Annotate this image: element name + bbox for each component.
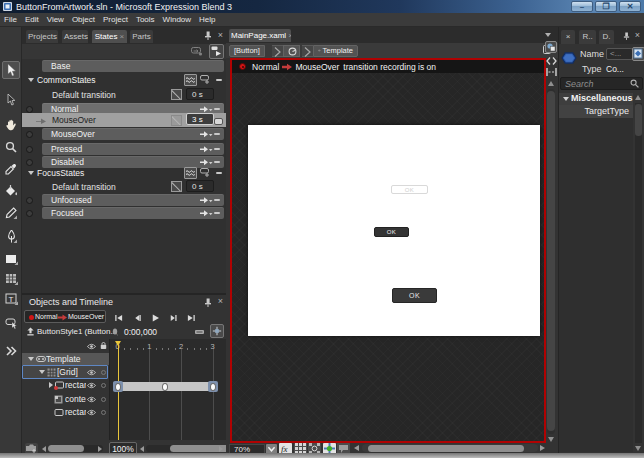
menu-view[interactable]: View <box>47 15 64 24</box>
direct-selection-tool[interactable] <box>2 91 20 109</box>
zoom-tool[interactable] <box>2 138 20 156</box>
eyedropper-tool[interactable] <box>2 160 20 178</box>
scroll-up-icon[interactable] <box>548 81 554 86</box>
menu-window[interactable]: Window <box>163 15 191 24</box>
menu-project[interactable]: Project <box>103 15 128 24</box>
state-bar[interactable]: Disabled <box>42 156 224 168</box>
state-pointer-icon[interactable] <box>26 197 33 204</box>
transition-preview-icon[interactable] <box>191 47 203 56</box>
rectangle-tool[interactable] <box>2 250 20 268</box>
state-pointer-icon[interactable] <box>26 106 33 113</box>
layout-panel-tool[interactable] <box>2 270 20 288</box>
expander-down-icon[interactable] <box>28 357 34 361</box>
pen-tool[interactable] <box>2 227 20 245</box>
tab-list-dropdown-icon[interactable] <box>545 33 551 37</box>
properties-tab-0[interactable]: × <box>561 30 575 44</box>
design-view-icon[interactable] <box>545 41 557 53</box>
remove-state-icon[interactable] <box>214 212 220 214</box>
ok-button-2[interactable]: OK <box>374 227 409 237</box>
panel-close-icon[interactable]: × <box>635 31 640 40</box>
breadcrumb-button-scope[interactable]: [Button] <box>229 45 265 57</box>
add-state-icon[interactable] <box>200 168 210 177</box>
scope-label[interactable]: ButtonStyle1 (Button... <box>37 327 117 336</box>
assets-tool[interactable] <box>2 342 20 360</box>
add-transition-icon[interactable] <box>199 145 213 154</box>
duration-field[interactable]: 0 s <box>186 88 214 100</box>
panel-close-icon[interactable]: × <box>218 296 223 306</box>
lock-dot-icon[interactable] <box>101 397 106 402</box>
duration-field[interactable]: 0 s <box>186 180 214 192</box>
add-transition-icon[interactable] <box>199 158 213 167</box>
add-state-icon[interactable] <box>200 75 210 84</box>
button-tool[interactable] <box>2 314 20 332</box>
asset-dialog-button[interactable] <box>632 47 644 61</box>
ok-button-3[interactable]: OK <box>392 288 437 303</box>
transition-preview-toggle-icon[interactable] <box>184 74 197 86</box>
eye-icon[interactable] <box>87 409 96 416</box>
add-state-group-button[interactable] <box>209 44 224 59</box>
state-bar[interactable]: MouseOver <box>42 128 224 140</box>
scrollbar-thumb[interactable] <box>48 445 84 452</box>
remove-state-icon[interactable] <box>214 148 220 150</box>
tree-row-conter[interactable]: conter <box>22 393 109 405</box>
tab-states[interactable]: States × <box>92 30 127 43</box>
scope-up-icon[interactable] <box>26 327 35 336</box>
state-pointer-icon[interactable] <box>26 131 33 138</box>
remove-state-icon[interactable] <box>214 133 220 135</box>
split-view-icon[interactable] <box>546 68 557 76</box>
name-field[interactable]: <... <box>606 48 633 60</box>
scroll-down-icon[interactable] <box>548 437 554 442</box>
xaml-view-icon[interactable] <box>546 56 557 66</box>
eye-icon[interactable] <box>87 396 96 403</box>
scroll-left-icon[interactable] <box>354 445 359 451</box>
ok-button-1[interactable]: OK <box>391 185 428 194</box>
tree-row-rectan[interactable]: rectan <box>22 406 109 418</box>
state-bar[interactable]: Focused <box>42 207 224 219</box>
keyframe-options-icon[interactable] <box>195 330 204 334</box>
menu-tools[interactable]: Tools <box>136 15 155 24</box>
scroll-right-icon[interactable] <box>219 446 223 452</box>
play-button[interactable] <box>151 314 160 322</box>
state-base[interactable]: Base <box>42 60 224 72</box>
close-button[interactable]: ✕ <box>619 1 641 12</box>
properties-tab-2[interactable]: D. <box>599 30 614 44</box>
transition-preview-toggle-icon[interactable] <box>184 167 197 179</box>
remove-state-icon[interactable] <box>216 172 222 174</box>
scrollbar-track[interactable] <box>635 103 642 443</box>
add-transition-icon[interactable] <box>199 130 213 139</box>
paint-bucket-tool[interactable] <box>2 182 20 200</box>
state-bar[interactable]: Unfocused <box>42 194 224 206</box>
pin-icon[interactable] <box>623 32 630 40</box>
previous-frame-button[interactable] <box>133 314 142 322</box>
keyframe-icon[interactable] <box>162 383 168 391</box>
keyframe-icon[interactable] <box>115 383 121 391</box>
properties-tab-1[interactable]: R.. <box>579 30 596 44</box>
next-frame-button[interactable] <box>169 314 178 322</box>
easing-function-icon[interactable] <box>171 89 182 100</box>
menu-file[interactable]: File <box>4 15 17 24</box>
tab-parts[interactable]: Parts <box>130 30 153 43</box>
scroll-left-icon[interactable] <box>140 446 144 452</box>
tree-row-grid[interactable]: [Grid] <box>22 366 109 378</box>
state-pointer-icon[interactable] <box>26 210 33 217</box>
scroll-down-icon[interactable] <box>635 446 641 451</box>
playhead-head[interactable] <box>115 341 121 346</box>
remove-state-icon[interactable] <box>214 199 220 201</box>
scroll-up-icon[interactable] <box>635 95 641 100</box>
expander-right-icon[interactable] <box>49 382 53 388</box>
group-expander-icon[interactable] <box>28 171 34 175</box>
selection-tool[interactable] <box>2 61 20 79</box>
scrollbar-thumb[interactable] <box>368 445 524 452</box>
timeline-snap-button[interactable] <box>210 324 224 338</box>
menu-help[interactable]: Help <box>199 15 215 24</box>
tab-mainpage-xaml[interactable]: MainPage.xaml × <box>229 29 291 42</box>
category-header[interactable]: Miscellaneous <box>559 93 633 105</box>
tab-assets[interactable]: Assets <box>62 30 88 43</box>
menu-object[interactable]: Object <box>72 15 95 24</box>
pin-icon[interactable] <box>204 298 212 307</box>
eye-icon[interactable] <box>87 382 96 389</box>
group-expander-icon[interactable] <box>28 78 34 82</box>
easing-function-icon[interactable] <box>171 181 182 192</box>
tab-close-icon[interactable]: × <box>117 32 124 41</box>
maximize-button[interactable]: ❐ <box>595 1 617 12</box>
